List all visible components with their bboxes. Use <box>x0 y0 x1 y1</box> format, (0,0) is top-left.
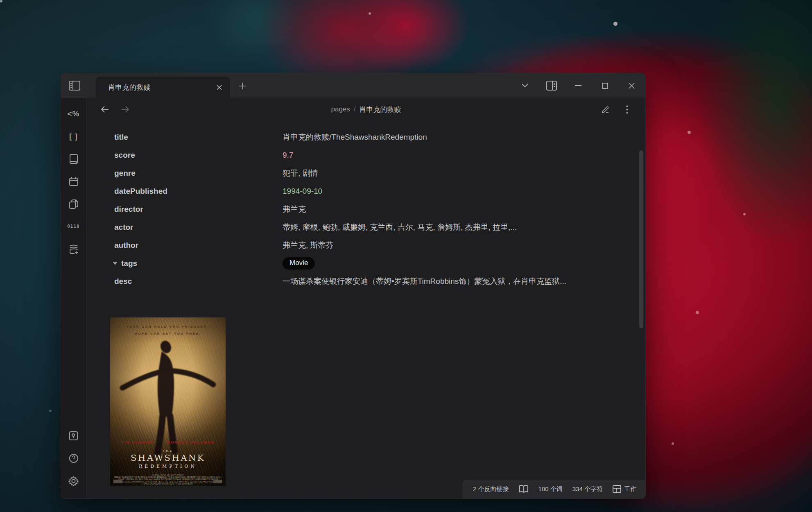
workspace-icon <box>613 485 621 493</box>
poster-credits-line: FRANK DARABONT NIKI MARVIN FRANK DARABON… <box>114 483 222 485</box>
collection-add-icon[interactable] <box>68 244 79 254</box>
open-book-icon[interactable] <box>519 485 529 493</box>
tag-pill-movie[interactable]: Movie <box>283 257 315 270</box>
attr-label: title <box>114 133 283 142</box>
dock-bottom-group <box>68 430 79 486</box>
poster-title: THE SHAWSHANK REDEMPTION <box>110 449 226 469</box>
new-tab-button[interactable] <box>236 80 249 92</box>
backlinks-count[interactable]: 2 个反向链接 <box>473 485 509 493</box>
breadcrumb-current[interactable]: 肖申克的救赎 <box>360 105 401 114</box>
attr-row-score[interactable]: score 9.7 <box>114 146 617 164</box>
attr-value[interactable]: 肖申克的救赎/TheShawshankRedemption <box>283 132 427 143</box>
movie-poster-image[interactable]: FEAR CAN HOLD YOU PRISONER. HOPE CAN SET… <box>110 317 226 486</box>
poster-actor-right: MORGAN FREEMAN <box>167 440 215 444</box>
poster-title-the: THE <box>110 449 226 453</box>
tab-document[interactable]: 肖申克的救赎 <box>96 77 230 98</box>
sidebar-toggle-icon[interactable] <box>68 80 81 91</box>
binary-top: 01 <box>67 224 73 229</box>
document-actions <box>599 103 633 116</box>
attr-label: score <box>114 151 283 160</box>
attr-value[interactable]: 蒂姆, 摩根, 鲍勃, 威廉姆, 克兰西, 吉尔, 马克, 詹姆斯, 杰弗里, … <box>283 222 517 233</box>
poster-actor-names: TIM ROBBINS MORGAN FREEMAN <box>110 440 226 444</box>
poster-credits-line: CLANCY BROWN GIL BELLOWS and JAMES WHITM… <box>114 478 222 481</box>
left-dock: <% [ ] <box>61 98 86 498</box>
caret-down-icon[interactable] <box>113 262 118 265</box>
minimize-icon[interactable] <box>572 80 584 91</box>
help-icon[interactable] <box>68 453 79 464</box>
poster-tagline-line2: HOPE CAN SET YOU FREE. <box>110 330 226 337</box>
attr-value[interactable]: 弗兰克, 斯蒂芬 <box>283 240 334 251</box>
attr-value[interactable]: 弗兰克 <box>283 204 306 215</box>
char-count: 334 个字符 <box>572 485 603 493</box>
safe-vault-icon[interactable] <box>68 430 79 441</box>
brackets-icon[interactable]: [ ] <box>68 131 79 142</box>
breadcrumb-separator: / <box>354 105 356 113</box>
workspace-name: 工作 <box>624 485 636 493</box>
attr-label: author <box>114 241 283 250</box>
attr-row-desc[interactable]: desc 一场谋杀案使银行家安迪（蒂姆•罗宾斯TimRobbins饰）蒙冤入狱，… <box>114 272 617 290</box>
attr-row-author[interactable]: author 弗兰克, 斯蒂芬 <box>114 236 617 254</box>
attr-value: Movie <box>283 257 315 270</box>
attr-value[interactable]: 一场谋杀案使银行家安迪（蒂姆•罗宾斯TimRobbins饰）蒙冤入狱，在肖申克监… <box>283 272 566 288</box>
window-controls <box>519 73 637 98</box>
editor-content: pages / 肖申克的救赎 <box>87 98 645 498</box>
notebook-icon[interactable] <box>68 154 79 164</box>
attr-label: genre <box>114 169 283 178</box>
split-view-icon[interactable] <box>546 80 557 91</box>
more-kebab-icon[interactable] <box>621 103 633 116</box>
attr-value[interactable]: 9.7 <box>283 151 293 160</box>
binary-database-icon[interactable]: 01 10 <box>68 221 79 232</box>
breadcrumb-parent[interactable]: pages <box>331 105 350 113</box>
vertical-scrollbar-thumb[interactable] <box>639 150 643 328</box>
poster-actor-left: TIM ROBBINS <box>121 440 155 444</box>
poster-credits: CASTLE ROCK ENTERTAINMENT FRANK DARABONT… <box>114 474 222 485</box>
statusbar: 2 个反向链接 100 个词 334 个字符 工作 <box>462 480 645 498</box>
wallpaper-water-droplets <box>0 0 2 2</box>
attr-value[interactable]: 犯罪, 剧情 <box>283 168 318 179</box>
template-icon[interactable]: <% <box>68 109 79 119</box>
binary-bottom: 10 <box>74 224 80 229</box>
forward-arrow-icon[interactable] <box>120 104 131 115</box>
calendar-icon[interactable] <box>68 176 79 187</box>
attr-label: director <box>114 205 283 214</box>
poster-studio-logo <box>113 480 122 483</box>
attr-row-title[interactable]: title 肖申克的救赎/TheShawshankRedemption <box>114 128 617 146</box>
poster-rating-logo <box>213 480 222 483</box>
attr-label: datePublished <box>114 187 283 196</box>
breadcrumb[interactable]: pages / 肖申克的救赎 <box>331 98 401 121</box>
attr-row-datepublished[interactable]: datePublished 1994-09-10 <box>114 182 617 200</box>
poster-tagline: FEAR CAN HOLD YOU PRISONER. HOPE CAN SET… <box>110 323 226 337</box>
attr-label: actor <box>114 223 283 232</box>
tab-title: 肖申克的救赎 <box>108 83 213 92</box>
close-window-icon[interactable] <box>626 80 637 91</box>
tab-close-icon[interactable] <box>213 81 225 93</box>
attr-value[interactable]: 1994-09-10 <box>283 187 322 196</box>
poster-tagline-line1: FEAR CAN HOLD YOU PRISONER. <box>110 323 226 330</box>
edit-pencil-icon[interactable] <box>599 103 612 116</box>
attr-row-director[interactable]: director 弗兰克 <box>114 200 617 218</box>
maximize-icon[interactable] <box>599 80 611 91</box>
attr-label: tags <box>114 259 283 268</box>
titlebar: 肖申克的救赎 <box>61 73 645 98</box>
dock-top-group: <% [ ] <box>68 109 79 254</box>
attr-row-genre[interactable]: genre 犯罪, 剧情 <box>114 164 617 182</box>
document-topbar: pages / 肖申克的救赎 <box>87 98 645 121</box>
attr-row-actor[interactable]: actor 蒂姆, 摩根, 鲍勃, 威廉姆, 克兰西, 吉尔, 马克, 詹姆斯,… <box>114 218 617 236</box>
chevron-down-icon[interactable] <box>519 80 531 91</box>
word-count: 100 个词 <box>538 485 563 493</box>
attr-row-tags[interactable]: tags Movie <box>114 254 617 272</box>
settings-gear-icon[interactable] <box>68 476 79 486</box>
attr-label: desc <box>114 272 283 288</box>
back-arrow-icon[interactable] <box>99 104 111 115</box>
workspace-switcher[interactable]: 工作 <box>613 485 636 493</box>
app-window: 肖申克的救赎 <box>61 73 646 499</box>
tags-label: tags <box>121 259 137 268</box>
poster-title-main: SHAWSHANK <box>110 453 226 463</box>
attribute-table: title 肖申克的救赎/TheShawshankRedemption scor… <box>114 128 617 290</box>
poster-title-sub: REDEMPTION <box>110 464 226 469</box>
copy-documents-icon[interactable] <box>68 199 79 209</box>
